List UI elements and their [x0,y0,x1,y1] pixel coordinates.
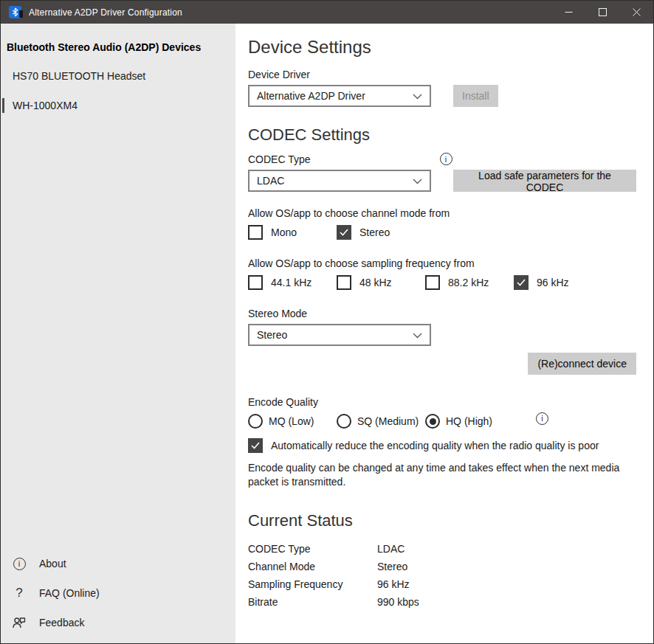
sampling-group-label: Allow OS/app to choose sampling frequenc… [248,257,636,269]
44-1-khz-checkbox[interactable] [248,275,263,290]
radio-mq-low[interactable]: MQ (Low) [248,414,337,429]
codec-info-icon[interactable]: i [440,153,452,165]
status-label: Sampling Frequency [248,578,377,590]
device-driver-label: Device Driver [248,69,636,80]
device-sidebar: Bluetooth Stereo Audio (A2DP) Devices HS… [1,24,235,643]
title-bar: Alternative A2DP Driver Configuration [1,1,653,24]
device-list: HS70 BLUETOOTH Headset WH-1000XM4 [1,61,235,120]
chevron-down-icon [413,175,422,187]
radio-sq-medium[interactable]: SQ (Medium) [337,414,425,429]
bluetooth-app-icon [9,6,21,18]
checkbox-mono[interactable]: Mono [248,225,337,240]
device-driver-select[interactable]: Alternative A2DP Driver [248,85,431,107]
codec-settings-heading: CODEC Settings [248,125,636,145]
status-label: Channel Mode [248,561,377,572]
auto-reduce-checkbox[interactable] [248,438,263,453]
codec-type-select[interactable]: LDAC [248,170,431,192]
mono-checkbox[interactable] [248,225,263,240]
checkbox-88-2-khz[interactable]: 88.2 kHz [425,275,514,290]
current-status-table: CODEC Type LDAC Channel Mode Stereo Samp… [248,543,636,608]
about-item[interactable]: i About [1,549,235,578]
window-title: Alternative A2DP Driver Configuration [29,7,182,18]
maximize-button[interactable] [585,1,619,24]
checkbox-96-khz[interactable]: 96 kHz [514,275,602,290]
status-value: Stereo [377,561,636,572]
device-label: HS70 BLUETOOTH Headset [13,70,145,82]
current-status-heading: Current Status [248,511,636,530]
feedback-icon [11,617,27,629]
minimize-button[interactable] [551,1,585,24]
encode-quality-options: MQ (Low) SQ (Medium) HQ (High) i [248,414,636,429]
load-safe-parameters-button[interactable]: Load safe parameters for the CODEC [453,170,636,192]
stereo-mode-select[interactable]: Stereo [248,324,431,346]
about-label: About [39,558,66,569]
status-label: Bitrate [248,596,377,608]
checkbox-44-1-khz[interactable]: 44.1 kHz [248,275,337,290]
96-khz-checkbox[interactable] [514,275,529,290]
channel-mode-group-label: Allow OS/app to choose channel mode from [248,207,636,219]
sidebar-header: Bluetooth Stereo Audio (A2DP) Devices [1,24,235,53]
status-value: 96 kHz [377,578,636,590]
feedback-item[interactable]: Feedback [1,608,235,637]
status-label: CODEC Type [248,543,377,555]
close-button[interactable] [619,1,653,24]
88-2-khz-checkbox[interactable] [425,275,440,290]
sidebar-footer: i About ? FAQ (Online) Feedback [1,549,235,643]
48-khz-checkbox[interactable] [337,275,351,290]
feedback-label: Feedback [39,617,84,629]
main-content: Device Settings Device Driver Alternativ… [235,24,653,643]
info-icon: i [11,558,27,570]
auto-reduce-row[interactable]: Automatically reduce the encoding qualit… [248,438,636,453]
device-item-hs70[interactable]: HS70 BLUETOOTH Headset [1,61,235,91]
faq-label: FAQ (Online) [39,587,100,599]
codec-type-label: CODEC Type [248,153,311,165]
encode-quality-info-icon[interactable]: i [536,412,548,425]
device-item-wh1000xm4[interactable]: WH-1000XM4 [1,91,235,120]
install-button[interactable]: Install [453,85,498,107]
status-value: 990 kbps [377,596,636,608]
mq-radio[interactable] [248,414,263,429]
device-label: WH-1000XM4 [13,100,78,111]
question-icon: ? [11,586,27,600]
channel-mode-options: Mono Stereo [248,225,636,240]
faq-item[interactable]: ? FAQ (Online) [1,578,235,608]
checkbox-48-khz[interactable]: 48 kHz [337,275,425,290]
reconnect-device-button[interactable]: (Re)connect device [528,353,636,375]
hq-radio[interactable] [425,414,440,429]
chevron-down-icon [413,90,422,102]
status-value: LDAC [377,543,636,555]
encode-quality-label: Encode Quality [248,396,636,408]
stereo-mode-label: Stereo Mode [248,308,636,319]
checkbox-stereo[interactable]: Stereo [337,225,425,240]
chevron-down-icon [413,329,422,341]
encode-quality-note: Encode quality can be changed at any tim… [248,461,636,489]
device-settings-heading: Device Settings [248,37,636,58]
radio-hq-high[interactable]: HQ (High) [425,414,514,429]
sampling-options: 44.1 kHz 48 kHz 88.2 kHz 96 kHz [248,275,636,290]
stereo-checkbox[interactable] [337,225,351,240]
app-window: Alternative A2DP Driver Configuration Bl… [0,0,654,644]
sq-radio[interactable] [337,414,351,429]
auto-reduce-label: Automatically reduce the encoding qualit… [271,440,599,451]
